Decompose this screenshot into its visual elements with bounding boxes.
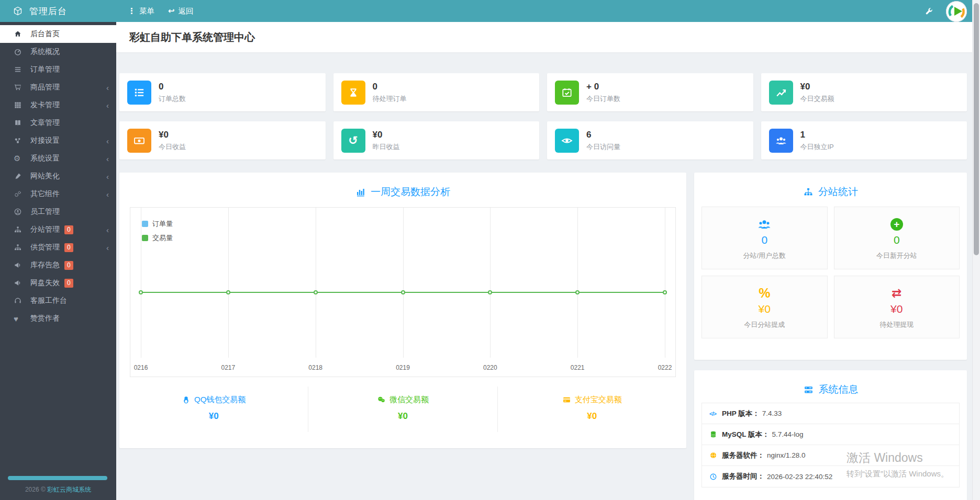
main-content: 彩虹自助下单系统管理中心 0订单总数 0待处理订单 + 0今日订单数 ¥0今日 xyxy=(116,22,972,500)
server-icon xyxy=(803,384,814,395)
header-nav: ⋮ 菜单 ↩ 返回 xyxy=(128,6,194,16)
sidebar-item-donate[interactable]: ♥ 赞赏作者 xyxy=(0,310,116,327)
stat-value: ¥0 xyxy=(800,82,810,92)
sidebar-item-cards[interactable]: 发卡管理 ‹ xyxy=(0,96,116,114)
data-point-marker xyxy=(488,290,492,294)
stat-value: ¥0 xyxy=(159,130,169,140)
plus-circle-icon: + xyxy=(890,216,903,233)
sidebar-item-support-desk[interactable]: 客服工作台 xyxy=(0,292,116,310)
sidebar-item-home[interactable]: 后台首页 xyxy=(0,25,116,43)
stat-card-today-visits: 6今日访问量 xyxy=(547,121,753,160)
badge: 0 xyxy=(64,279,73,288)
sidebar: 后台首页 系统概况 订单管理 商品管理 ‹ 发卡管理 ‹ 文章管理 对接设置 ‹ xyxy=(0,22,116,500)
system-info-title: 系统信息 xyxy=(694,370,967,396)
substation-cell-users: 0 分站/用户总数 xyxy=(701,207,828,269)
sidebar-item-staff[interactable]: 员工管理 xyxy=(0,203,116,221)
sidebar-item-integration[interactable]: 对接设置 ‹ xyxy=(0,132,116,150)
sidebar-item-label: 网盘失效 xyxy=(30,278,60,288)
system-info-row-time: 服务器时间： 2026-02-23 22:40:52 xyxy=(702,466,959,487)
stat-card-today-income: ¥0今日收益 xyxy=(119,121,326,160)
nodes-icon xyxy=(14,137,30,145)
right-column: 分站统计 0 分站/用户总数 + 0 今 xyxy=(694,173,967,500)
substation-label: 今日新开分站 xyxy=(876,251,917,260)
percent-icon: % xyxy=(759,285,770,302)
stat-label: 待处理订单 xyxy=(373,94,407,104)
page-title-bar: 彩虹自助下单系统管理中心 xyxy=(116,22,972,52)
sidebar-item-label: 库存告急 xyxy=(30,260,60,270)
legend-item-volume[interactable]: 交易量 xyxy=(142,233,173,243)
stat-label: 今日独立IP xyxy=(800,142,834,152)
sidebar-item-supply[interactable]: 供货管理 0 ‹ xyxy=(0,238,116,256)
sidebar-item-label: 客服工作台 xyxy=(30,296,67,305)
sidebar-item-orders[interactable]: 订单管理 xyxy=(0,61,116,78)
database-icon xyxy=(709,430,722,438)
trade-panel-title: 一周交易数据分析 xyxy=(119,173,686,199)
sidebar-item-products[interactable]: 商品管理 ‹ xyxy=(0,78,116,96)
badge: 0 xyxy=(64,225,73,234)
system-info-panel: 系统信息 </> PHP 版本： 7.4.33 MySQL 版本： 5.7.44… xyxy=(694,370,967,500)
sidebar-item-label: 后台首页 xyxy=(30,29,60,39)
sidebar-item-substation[interactable]: 分站管理 0 ‹ xyxy=(0,221,116,238)
substation-cell-commission: % ¥0 今日分站提成 xyxy=(701,276,828,338)
app-logo[interactable]: 管理后台 xyxy=(0,5,116,17)
substation-value: ¥0 xyxy=(890,303,903,315)
sidebar-item-label: 订单管理 xyxy=(30,65,60,74)
sidebar-item-netdisk-invalid[interactable]: 网盘失效 0 xyxy=(0,274,116,292)
payment-value: ¥0 xyxy=(119,411,308,422)
x-axis-label: 0217 xyxy=(221,364,235,371)
sidebar-scroll-pill xyxy=(8,476,107,480)
trend-icon xyxy=(769,81,793,105)
stat-card-yesterday-income: ↺ ¥0昨日收益 xyxy=(333,121,540,160)
stat-label: 今日访问量 xyxy=(586,142,620,152)
legend-item-orders[interactable]: 订单量 xyxy=(142,219,173,229)
trade-panel: 一周交易数据分析 订单量 交易量 02160217021802190220022… xyxy=(119,173,686,448)
sidebar-item-components[interactable]: 其它组件 ‹ xyxy=(0,185,116,203)
avatar[interactable] xyxy=(946,1,967,22)
payment-label: 支付宝交易额 xyxy=(575,395,622,405)
sidebar-item-beautify[interactable]: 网站美化 ‹ xyxy=(0,167,116,185)
stat-label: 今日交易额 xyxy=(800,94,834,104)
system-info-value: 5.7.44-log xyxy=(772,430,804,438)
header-right xyxy=(925,0,972,22)
legend-swatch xyxy=(142,235,148,241)
substation-value: ¥0 xyxy=(759,303,771,315)
sidebar-item-settings[interactable]: ⚙ 系统设置 ‹ xyxy=(0,150,116,167)
menu-button[interactable]: ⋮ 菜单 xyxy=(128,6,154,16)
gridline xyxy=(665,208,665,358)
substation-cell-new: + 0 今日新开分站 xyxy=(834,207,960,269)
stat-value: ¥0 xyxy=(373,130,383,140)
stat-label: 昨日收益 xyxy=(373,142,400,152)
scrollbar-thumb[interactable] xyxy=(974,3,979,255)
megaphone-icon xyxy=(14,279,30,287)
globe-icon xyxy=(709,451,722,459)
wrench-icon[interactable] xyxy=(925,7,933,16)
sidebar-item-stock-alert[interactable]: 库存告急 0 xyxy=(0,256,116,274)
substation-cell-withdraw: ⇄ ¥0 待处理提现 xyxy=(834,276,960,338)
brush-icon xyxy=(14,172,30,180)
stat-value: 1 xyxy=(800,130,805,140)
chart-plot: 0216021702180219022002210222 xyxy=(141,208,665,377)
code-icon: </> xyxy=(709,411,722,417)
stat-card-unique-ip: 1今日独立IP xyxy=(761,121,967,160)
qq-icon xyxy=(182,395,191,404)
window-scrollbar[interactable] xyxy=(972,0,980,500)
cube-icon xyxy=(13,6,23,16)
chevron-left-icon: ‹ xyxy=(106,190,109,199)
x-axis-label: 0219 xyxy=(396,364,410,371)
megaphone-icon xyxy=(14,261,30,269)
sidebar-item-label: 对接设置 xyxy=(30,136,60,145)
sidebar-item-label: 发卡管理 xyxy=(30,100,60,110)
system-info-label: 服务器时间： xyxy=(722,472,764,481)
payments-row: QQ钱包交易额 ¥0 微信交易额 ¥0 支付宝交易额 ¥0 xyxy=(119,387,686,432)
user-circle-icon xyxy=(14,208,30,216)
panels-row: 一周交易数据分析 订单量 交易量 02160217021802190220022… xyxy=(119,173,967,500)
brand-link[interactable]: 彩虹云商城系统 xyxy=(47,486,91,493)
history-icon: ↺ xyxy=(341,129,365,153)
payment-stat-qq: QQ钱包交易额 ¥0 xyxy=(119,387,308,432)
sidebar-item-overview[interactable]: 系统概况 xyxy=(0,43,116,61)
exchange-icon: ⇄ xyxy=(892,285,901,302)
sidebar-item-articles[interactable]: 文章管理 xyxy=(0,114,116,132)
app-title: 管理后台 xyxy=(29,5,67,17)
back-button[interactable]: ↩ 返回 xyxy=(168,6,194,16)
substation-panel-title: 分站统计 xyxy=(694,173,967,199)
